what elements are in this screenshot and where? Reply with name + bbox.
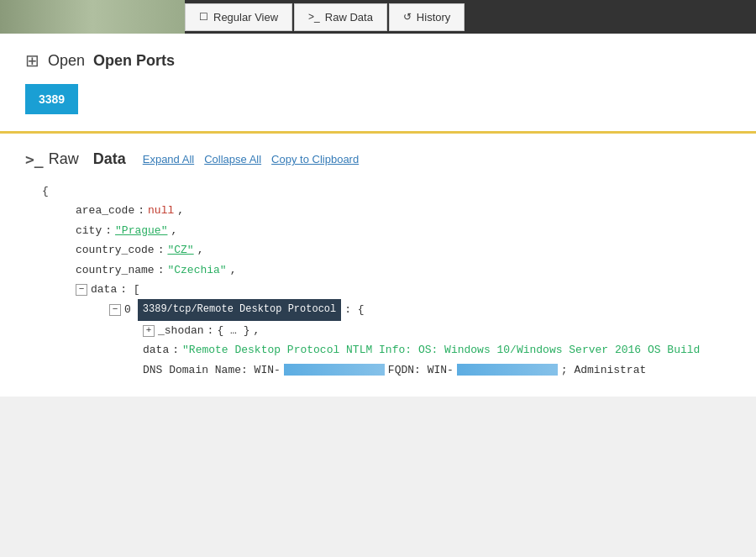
json-country-name-line: country_name : "Czechia" , <box>42 260 731 280</box>
raw-data-actions: Expand All Collapse All Copy to Clipboar… <box>139 153 362 166</box>
shodan-value: { … } <box>217 321 249 340</box>
json-dns-line: DNS Domain Name: WIN- FQDN: WIN- ; Admin… <box>42 360 731 380</box>
area-code-value: null <box>148 201 174 220</box>
data-inner-value: "Remote Desktop Protocol NTLM Info: OS: … <box>182 340 700 360</box>
tab-raw-data-label: Raw Data <box>325 11 373 24</box>
dns-suffix: ; Administrat <box>561 360 646 380</box>
dns-redacted-2 <box>457 364 558 376</box>
item-collapse-btn[interactable]: − <box>109 304 121 316</box>
data-index: 0 <box>124 300 131 319</box>
json-open-brace: { <box>42 181 731 201</box>
data-key: data <box>91 280 117 299</box>
collapse-all-button[interactable]: Collapse All <box>201 153 265 166</box>
raw-data-icon: >_ <box>308 11 320 23</box>
nav-tab-list: ☐ Regular View >_ Raw Data ↺ History <box>185 3 465 31</box>
shodan-collapse-btn[interactable]: + <box>143 325 155 337</box>
open-ports-title-regular: Open <box>48 52 85 70</box>
open-ports-title: ⊞ Open Open Ports <box>25 50 731 71</box>
tab-history[interactable]: ↺ History <box>389 3 465 31</box>
raw-data-section: >_ Raw Data Expand All Collapse All Copy… <box>0 134 756 397</box>
city-value[interactable]: "Prague" <box>115 221 167 240</box>
tab-regular-view[interactable]: ☐ Regular View <box>185 3 292 31</box>
country-code-value[interactable]: "CZ" <box>167 240 193 260</box>
copy-to-clipboard-button[interactable]: Copy to Clipboard <box>268 153 362 166</box>
shodan-key: _shodan <box>158 321 204 340</box>
country-name-value: "Czechia" <box>167 260 226 280</box>
json-display: { area_code : null , city : "Prague" , c… <box>25 181 731 380</box>
data-collapse-btn[interactable]: − <box>76 284 87 296</box>
tab-raw-data[interactable]: >_ Raw Data <box>294 3 387 31</box>
raw-data-title-bold: Data <box>93 150 126 168</box>
terminal-icon: >_ <box>25 150 44 168</box>
port-label: 3389/tcp/Remote Desktop Protocol <box>138 299 341 321</box>
tab-regular-view-label: Regular View <box>213 11 278 24</box>
data-inner-key: data <box>143 340 169 360</box>
json-data-inner-line: data : "Remote Desktop Protocol NTLM Inf… <box>42 340 731 360</box>
json-shodan-line: + _shodan : { … } , <box>42 321 731 340</box>
map-thumbnail <box>0 0 185 34</box>
json-data-array-line: − data : [ <box>42 280 731 299</box>
regular-view-icon: ☐ <box>199 11 208 23</box>
json-city-line: city : "Prague" , <box>42 221 731 240</box>
tab-history-label: History <box>417 11 450 24</box>
raw-data-title-regular: Raw <box>49 150 79 168</box>
country-name-key: country_name <box>76 260 155 280</box>
json-data-item-line: − 0 3389/tcp/Remote Desktop Protocol : { <box>42 299 731 321</box>
port-badge-3389[interactable]: 3389 <box>25 84 78 114</box>
history-icon: ↺ <box>403 11 412 23</box>
top-navigation: ☐ Regular View >_ Raw Data ↺ History <box>0 0 756 34</box>
raw-data-title: >_ Raw Data <box>25 150 126 168</box>
country-code-key: country_code <box>76 240 155 260</box>
network-icon: ⊞ <box>25 50 39 71</box>
open-ports-section: ⊞ Open Open Ports 3389 <box>0 34 756 134</box>
json-country-code-line: country_code : "CZ" , <box>42 240 731 260</box>
city-key: city <box>76 221 102 240</box>
expand-all-button[interactable]: Expand All <box>139 153 197 166</box>
raw-data-header: >_ Raw Data Expand All Collapse All Copy… <box>25 150 731 168</box>
dns-label: DNS Domain Name: WIN- <box>143 360 281 380</box>
json-area-code-line: area_code : null , <box>42 201 731 220</box>
open-ports-title-bold: Open Ports <box>93 52 175 70</box>
dns-fqdn: FQDN: WIN- <box>388 360 454 380</box>
area-code-key: area_code <box>76 201 134 220</box>
dns-redacted-1 <box>284 364 385 376</box>
